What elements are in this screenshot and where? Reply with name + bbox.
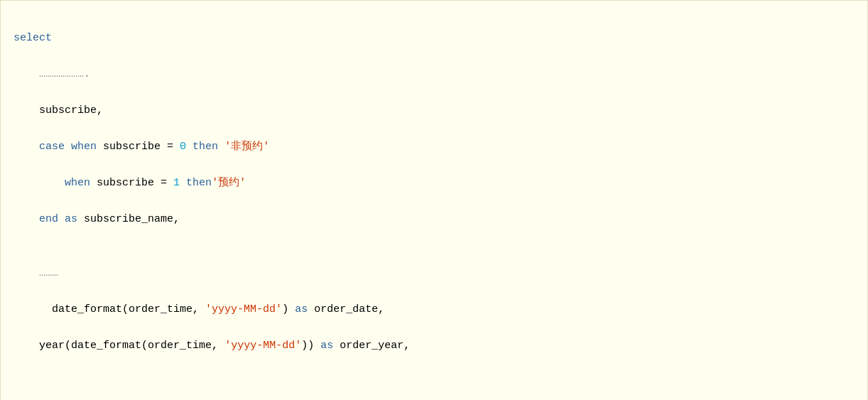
code-block: select …………………. subscribe, case when sub… <box>0 0 868 400</box>
